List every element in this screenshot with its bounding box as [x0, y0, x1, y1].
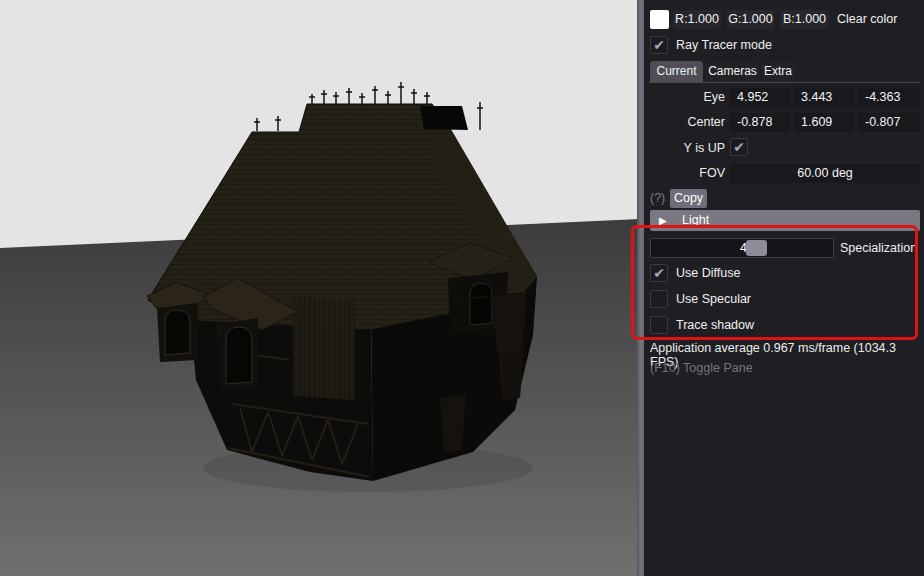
clear-color-label: Clear color: [837, 10, 897, 29]
center-y-field[interactable]: 1.609: [794, 113, 854, 132]
fov-label: FOV: [644, 164, 725, 183]
ray-tracer-mode-label: Ray Tracer mode: [676, 36, 772, 54]
toggle-pane-hint: (F10) Toggle Pane: [650, 361, 753, 375]
eye-z-field[interactable]: -4.363: [858, 88, 920, 107]
highlight-annotation-rect: [631, 225, 918, 340]
house-model-render: [0, 0, 640, 576]
tab-extra[interactable]: Extra: [762, 61, 794, 82]
tab-cameras[interactable]: Cameras: [706, 61, 759, 82]
eye-label: Eye: [644, 88, 725, 107]
3d-viewport[interactable]: [0, 0, 640, 576]
y-is-up-checkbox[interactable]: ✔: [730, 138, 748, 156]
blue-value-field[interactable]: B:1.000: [780, 10, 829, 29]
copy-button[interactable]: Copy: [670, 189, 707, 208]
ray-tracer-mode-checkbox[interactable]: ✔: [650, 36, 668, 54]
center-label: Center: [644, 113, 725, 132]
y-is-up-label: Y is UP: [644, 139, 725, 158]
green-value-field[interactable]: G:1.000: [727, 10, 774, 29]
eye-y-field[interactable]: 3.443: [794, 88, 854, 107]
center-x-field[interactable]: -0.878: [730, 113, 790, 132]
tab-separator: [650, 82, 920, 83]
center-z-field[interactable]: -0.807: [858, 113, 920, 132]
clear-color-swatch[interactable]: [650, 10, 669, 29]
red-value-field[interactable]: R:1.000: [673, 10, 721, 29]
help-hint: (?): [650, 189, 665, 208]
check-icon: ✔: [731, 139, 747, 155]
check-icon: ✔: [651, 37, 667, 53]
tab-current[interactable]: Current: [650, 61, 703, 82]
eye-x-field[interactable]: 4.952: [730, 88, 790, 107]
fov-field[interactable]: 60.00 deg: [730, 164, 920, 183]
app-window: R:1.000 G:1.000 B:1.000 Clear color ✔ Ra…: [0, 0, 924, 576]
